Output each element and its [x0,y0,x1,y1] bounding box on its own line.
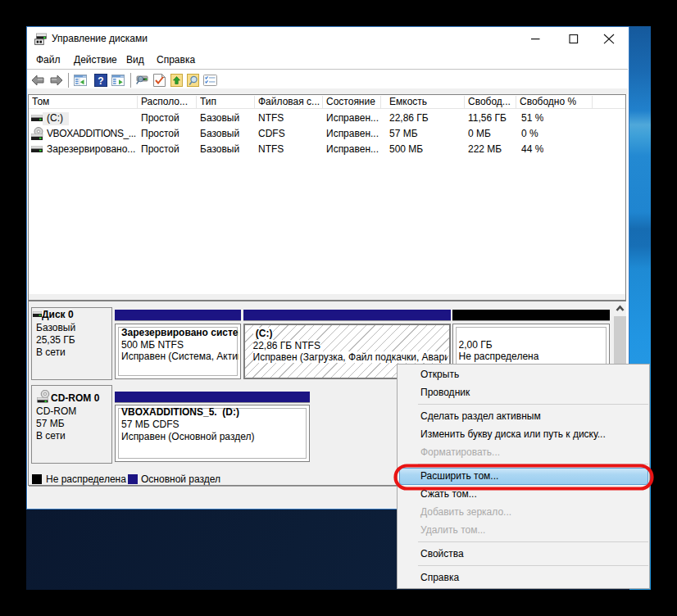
svg-text:?: ? [98,75,103,87]
